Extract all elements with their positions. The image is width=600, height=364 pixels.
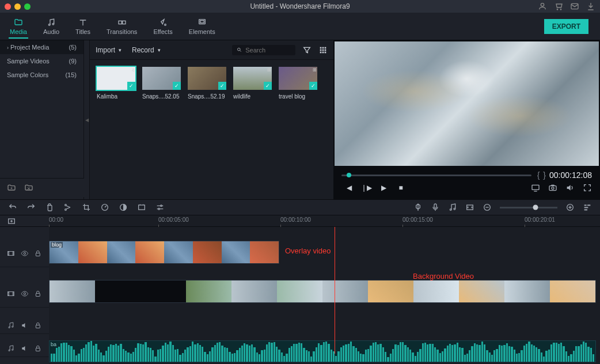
redo-icon[interactable]: [26, 203, 36, 212]
playhead[interactable]: [335, 227, 335, 354]
svg-point-53: [12, 326, 13, 327]
account-icon[interactable]: [538, 2, 547, 11]
lock-icon[interactable]: [34, 321, 42, 330]
zoom-slider[interactable]: [500, 207, 557, 208]
overlay-clip[interactable]: blog: [49, 241, 279, 264]
track-manager-icon[interactable]: [583, 203, 592, 212]
download-icon[interactable]: [586, 2, 595, 11]
cart-icon[interactable]: [554, 2, 563, 11]
media-item[interactable]: ⊞✓ travel blog: [279, 67, 317, 100]
adjust-icon[interactable]: [155, 203, 165, 212]
play-button[interactable]: ▶: [379, 184, 388, 192]
lock-icon[interactable]: [34, 289, 42, 298]
tab-titles[interactable]: Titles: [74, 16, 92, 37]
green-screen-icon[interactable]: [137, 203, 146, 212]
timeline-ruler[interactable]: 00:00 00:00:05:00 00:00:10:00 00:00:15:0…: [0, 215, 600, 227]
video-track-icon: [7, 289, 15, 298]
add-track-icon[interactable]: [7, 217, 16, 226]
snapshot-icon[interactable]: [548, 183, 557, 192]
folder-icon: [13, 18, 24, 27]
step-back-button[interactable]: ❘▶: [362, 184, 370, 192]
speaker-icon[interactable]: [21, 344, 29, 353]
overlay-annotation: Overlay video: [285, 247, 331, 255]
media-item[interactable]: ✓ Snaps....52.19: [188, 67, 226, 100]
svg-rect-6: [119, 21, 121, 24]
zoom-in-icon[interactable]: [565, 203, 575, 212]
svg-rect-22: [549, 186, 556, 191]
lock-icon[interactable]: [34, 344, 42, 353]
ruler-tick: 00:00: [49, 217, 63, 223]
delete-folder-icon[interactable]: [24, 183, 33, 192]
media-item-label: wildlife: [233, 93, 272, 100]
crop-icon[interactable]: [82, 203, 91, 212]
fullscreen-icon[interactable]: [583, 183, 592, 192]
record-button[interactable]: Record ▾: [132, 46, 161, 54]
undo-icon[interactable]: [8, 203, 17, 212]
track-header-audio-1[interactable]: [0, 317, 49, 334]
tab-label: Titles: [75, 28, 90, 35]
export-button[interactable]: EXPORT: [544, 19, 588, 34]
svg-point-56: [12, 349, 13, 350]
mixer-icon[interactable]: [448, 203, 457, 212]
search-input[interactable]: [245, 47, 291, 54]
filter-icon[interactable]: [302, 46, 312, 55]
track-header-video-2[interactable]: [0, 240, 49, 267]
svg-rect-18: [320, 51, 322, 53]
color-icon[interactable]: [119, 203, 128, 212]
display-settings-icon[interactable]: [531, 183, 540, 192]
tab-elements[interactable]: Elements: [188, 16, 217, 37]
tab-effects[interactable]: Effects: [152, 16, 173, 37]
video-track-icon: [7, 249, 15, 258]
video-badge-icon: ⊞: [313, 67, 317, 73]
sidebar-item-sample-videos[interactable]: Sample Videos (9): [0, 54, 83, 68]
speed-icon[interactable]: [100, 203, 109, 212]
eye-icon[interactable]: [21, 289, 29, 298]
import-button[interactable]: Import ▾: [96, 46, 121, 54]
message-icon[interactable]: [570, 2, 579, 11]
checkmark-icon: ✓: [218, 82, 226, 90]
speaker-icon[interactable]: [21, 321, 29, 330]
bracket-left-icon[interactable]: {: [537, 170, 540, 180]
lock-icon[interactable]: [34, 249, 42, 258]
tracks-area[interactable]: blog Overlay video 1.00 x ▾: [49, 227, 600, 364]
bracket-right-icon[interactable]: }: [543, 170, 546, 180]
track-header-video-1[interactable]: [0, 280, 49, 308]
new-folder-icon[interactable]: [7, 183, 16, 192]
media-item[interactable]: ♫✓ Kalimba: [97, 67, 135, 100]
media-item-label: Kalimba: [97, 93, 135, 100]
media-item[interactable]: ⊞✓ wildlife: [233, 67, 272, 100]
stop-button[interactable]: ■: [397, 184, 405, 192]
close-window[interactable]: [5, 3, 11, 10]
voiceover-icon[interactable]: [431, 203, 440, 212]
eye-icon[interactable]: [21, 249, 29, 258]
search-input-wrap[interactable]: [232, 45, 295, 55]
marker-icon[interactable]: [413, 203, 423, 212]
prev-frame-button[interactable]: ◀: [345, 184, 353, 192]
svg-rect-20: [325, 51, 326, 53]
sidebar-item-count: (15): [65, 71, 77, 78]
sidebar-collapse-handle[interactable]: ◀: [84, 40, 90, 199]
minimize-window[interactable]: [14, 3, 21, 10]
svg-rect-49: [13, 291, 14, 295]
volume-icon[interactable]: [565, 183, 575, 192]
track-header-audio-2[interactable]: [0, 340, 49, 357]
tab-transitions[interactable]: Transitions: [105, 16, 138, 37]
zoom-out-icon[interactable]: [483, 203, 492, 212]
split-icon[interactable]: [63, 203, 73, 212]
delete-icon[interactable]: [45, 203, 54, 212]
svg-point-23: [552, 187, 554, 189]
maximize-window[interactable]: [24, 3, 31, 10]
audio-clip[interactable]: ba: [49, 340, 596, 362]
grid-view-icon[interactable]: [318, 46, 328, 55]
fit-icon[interactable]: [465, 203, 474, 212]
media-item[interactable]: ✓ Snaps....52.05: [142, 67, 181, 100]
preview-viewport[interactable]: [335, 41, 599, 166]
svg-rect-17: [325, 49, 326, 51]
tab-audio[interactable]: Audio: [42, 16, 60, 37]
tab-label: Transitions: [107, 28, 137, 35]
preview-scrubber[interactable]: [341, 175, 531, 176]
tab-media[interactable]: Media: [9, 16, 28, 39]
sidebar-item-sample-colors[interactable]: Sample Colors (15): [0, 68, 83, 82]
background-clip[interactable]: 1.00 x ▾: [49, 280, 596, 303]
sidebar-item-project-media[interactable]: ›Project Media (5): [0, 40, 83, 54]
